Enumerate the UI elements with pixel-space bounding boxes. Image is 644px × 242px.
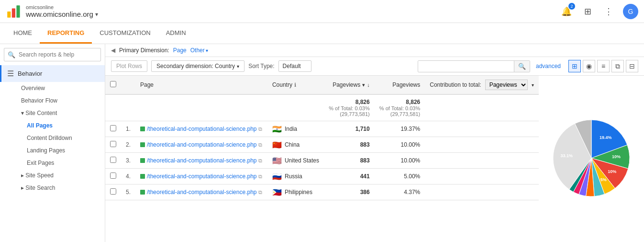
tab-customization[interactable]: CUSTOMIZATION (92, 23, 158, 44)
more-button[interactable]: ⋮ (602, 5, 615, 18)
notifications-button[interactable]: 🔔 2 (560, 5, 573, 18)
tab-home[interactable]: HOME (6, 23, 40, 44)
row-num: 1. (121, 121, 135, 137)
contrib-dropdown-arrow[interactable]: ▾ (532, 82, 534, 88)
grid-icon: ⊞ (584, 6, 591, 17)
search-box: 🔍 (4, 48, 101, 61)
sidebar-item-all-pages[interactable]: All Pages (15, 119, 105, 132)
row-country: 🇷🇺 Russia (267, 169, 324, 184)
page-copy-icon[interactable]: ⧉ (258, 158, 262, 164)
contribution-metric-select[interactable]: Pageviews (485, 80, 528, 90)
dim-bar-collapse[interactable]: ◀ (111, 47, 115, 54)
th-checkbox (105, 76, 121, 94)
view-pie-button[interactable]: ◉ (583, 60, 595, 72)
table-row: 1. /theoretical-and-computational-scienc… (105, 121, 539, 137)
row-checkbox[interactable] (110, 125, 116, 131)
toolbar-search-input[interactable] (418, 61, 514, 71)
page-color-indicator (140, 190, 145, 195)
page-link[interactable]: /theoretical-and-computational-science.p… (147, 173, 256, 180)
row-bar (425, 137, 539, 153)
view-pivot-button[interactable]: ⊟ (626, 60, 638, 72)
row-checkbox[interactable] (110, 157, 116, 163)
view-table-button[interactable]: ⊞ (568, 60, 581, 72)
table-wrap: Page Country ℹ Pag (105, 76, 539, 242)
top-bar: omicsonline www.omicsonline.org ▾ 🔔 2 ⊞ … (0, 0, 644, 23)
primary-dimension-page[interactable]: Page (173, 47, 187, 54)
total-pct: % of Total: 0.03% (329, 105, 370, 111)
primary-dimension-label: Primary Dimension: (119, 47, 169, 54)
other-button[interactable]: Other ▾ (190, 47, 208, 54)
svg-text:10%: 10% (608, 169, 616, 174)
sidebar-item-behavior-flow[interactable]: Behavior Flow (10, 94, 105, 107)
page-link[interactable]: /theoretical-and-computational-science.p… (147, 141, 256, 148)
page-link[interactable]: /theoretical-and-computational-science.p… (147, 189, 256, 196)
total-pct2: % of Total: 0.03% (379, 105, 421, 111)
tab-reporting[interactable]: REPORTING (40, 23, 92, 44)
avatar[interactable]: G (623, 4, 638, 19)
site-name-large: www.omicsonline.org ▾ (26, 10, 98, 18)
select-all-checkbox[interactable] (110, 81, 116, 87)
row-num: 2. (121, 137, 135, 153)
country-info-icon: ℹ (294, 82, 296, 88)
row-country: 🇺🇸 United States (267, 153, 324, 169)
row-pageviews: 1,710 (324, 121, 375, 137)
sidebar-item-overview[interactable]: Overview (10, 82, 105, 94)
row-page: /theoretical-and-computational-science.p… (135, 184, 267, 200)
country-name: Russia (285, 173, 302, 180)
row-pageviews: 441 (324, 169, 375, 184)
country-name: China (285, 141, 300, 148)
sidebar-item-site-search[interactable]: ▸ Site Search (10, 182, 105, 194)
sidebar-item-behavior[interactable]: ☰ Behavior (0, 65, 105, 82)
plot-rows-button[interactable]: Plot Rows (111, 60, 147, 72)
sort-type-select[interactable]: Default (278, 60, 311, 72)
sidebar-item-content-drilldown[interactable]: Content Drilldown (15, 132, 105, 144)
row-checkbox[interactable] (110, 141, 116, 147)
row-bar (425, 184, 539, 200)
tab-admin[interactable]: ADMIN (158, 23, 194, 44)
page-copy-icon[interactable]: ⧉ (258, 189, 262, 196)
row-checkbox[interactable] (110, 188, 116, 195)
sidebar-item-exit-pages[interactable]: Exit Pages (15, 157, 105, 169)
page-copy-icon[interactable]: ⧉ (258, 126, 262, 132)
row-page: /theoretical-and-computational-science.p… (135, 153, 267, 169)
page-link[interactable]: /theoretical-and-computational-science.p… (147, 126, 256, 132)
row-checkbox[interactable] (110, 173, 116, 179)
svg-rect-2 (16, 5, 20, 18)
sidebar-sub-content: All Pages Content Drilldown Landing Page… (10, 119, 105, 169)
row-contribution: 10.00% (375, 137, 425, 153)
search-icon: 🔍 (8, 51, 15, 58)
toolbar-search-button[interactable]: 🔍 (514, 61, 530, 72)
svg-text:19.4%: 19.4% (600, 135, 612, 140)
dim-bar: ◀ Primary Dimension: Page Other ▾ (105, 44, 644, 57)
page-copy-icon[interactable]: ⧉ (258, 173, 262, 180)
table-row: 3. /theoretical-and-computational-scienc… (105, 153, 539, 169)
page-copy-icon[interactable]: ⧉ (258, 142, 262, 148)
table-row: 4. /theoretical-and-computational-scienc… (105, 169, 539, 184)
total-count2: (29,773,581) (379, 111, 421, 117)
row-country: 🇮🇳 India (267, 121, 324, 137)
sidebar-item-landing-pages[interactable]: Landing Pages (15, 144, 105, 157)
view-compare-button[interactable]: ⧉ (611, 60, 624, 72)
search-input[interactable] (4, 48, 101, 61)
page-color-indicator (140, 174, 145, 179)
row-contribution: 10.00% (375, 153, 425, 169)
site-dropdown-arrow[interactable]: ▾ (95, 11, 98, 18)
advanced-link[interactable]: advanced (536, 63, 561, 69)
view-bar-button[interactable]: ≡ (597, 60, 610, 72)
country-flag: 🇵🇭 (272, 189, 282, 196)
row-bar (425, 153, 539, 169)
sidebar-item-site-content[interactable]: ▾ Site Content (10, 107, 105, 119)
th-pageviews: Pageviews (375, 76, 425, 94)
row-contribution: 5.00% (375, 169, 425, 184)
apps-button[interactable]: ⊞ (581, 5, 594, 18)
th-page: Page (135, 76, 267, 94)
sort-order-icon[interactable]: ↓ (367, 82, 370, 88)
th-contribution: Contribution to total: Pageviews ▾ (425, 76, 539, 94)
country-name: Philippines (285, 189, 312, 196)
sidebar-nav: ☰ Behavior Overview Behavior Flow ▾ Site… (0, 65, 105, 242)
secondary-dimension-button[interactable]: Secondary dimension: Country ▾ (151, 60, 244, 72)
sidebar: 🔍 ☰ Behavior Overview Behavior Flow ▾ Si… (0, 44, 105, 242)
sort-dropdown-icon[interactable]: ▾ (362, 82, 365, 88)
sidebar-item-site-speed[interactable]: ▸ Site Speed (10, 169, 105, 182)
page-link[interactable]: /theoretical-and-computational-science.p… (147, 157, 256, 164)
